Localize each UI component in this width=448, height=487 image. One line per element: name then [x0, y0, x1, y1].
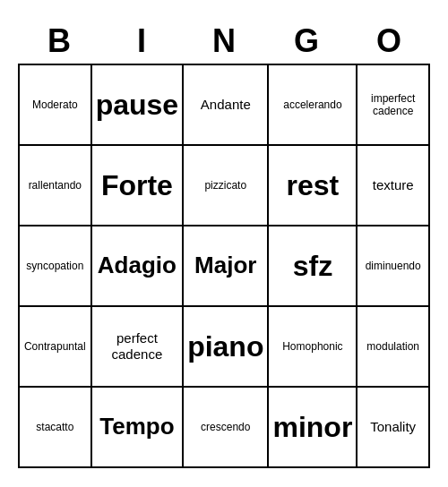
- header-letter: O: [348, 19, 430, 64]
- cell-r3-c4[interactable]: modulation: [358, 307, 430, 388]
- cell-label: Major: [194, 252, 256, 279]
- cell-r1-c1[interactable]: Forte: [92, 146, 184, 226]
- cell-label: Contrapuntal: [24, 340, 86, 353]
- cell-r2-c3[interactable]: sfz: [269, 226, 358, 307]
- cell-r3-c3[interactable]: Homophonic: [269, 307, 358, 388]
- cell-label: texture: [373, 177, 414, 193]
- cell-label: Andante: [201, 97, 251, 113]
- cell-r4-c1[interactable]: Tempo: [92, 388, 184, 468]
- cell-label: imperfect cadence: [361, 92, 425, 118]
- bingo-grid: ModeratopauseAndanteaccelerandoimperfect…: [18, 64, 430, 468]
- cell-label: minor: [272, 410, 352, 444]
- cell-label: accelerando: [283, 98, 341, 111]
- cell-r3-c2[interactable]: piano: [184, 307, 269, 388]
- cell-label: syncopation: [26, 260, 83, 272]
- cell-label: pizzicato: [204, 179, 246, 192]
- header-letter: N: [183, 19, 265, 64]
- cell-r0-c2[interactable]: Andante: [184, 65, 269, 146]
- cell-r3-c0[interactable]: Contrapuntal: [20, 307, 92, 388]
- cell-r1-c4[interactable]: texture: [358, 146, 430, 226]
- cell-label: Homophonic: [282, 340, 342, 353]
- header-letter: G: [265, 19, 348, 64]
- header-letter: B: [18, 19, 100, 64]
- cell-label: diminuendo: [366, 260, 421, 272]
- cell-r2-c0[interactable]: syncopation: [20, 226, 92, 307]
- cell-r1-c2[interactable]: pizzicato: [184, 146, 269, 226]
- cell-label: rest: [287, 168, 340, 202]
- cell-r2-c2[interactable]: Major: [184, 226, 269, 307]
- cell-label: stacatto: [36, 421, 73, 433]
- cell-r1-c0[interactable]: rallentando: [20, 146, 92, 226]
- cell-label: rallentando: [29, 179, 82, 192]
- cell-label: Forte: [101, 168, 173, 202]
- cell-r0-c0[interactable]: Moderato: [20, 65, 92, 146]
- cell-label: crescendo: [201, 421, 250, 433]
- cell-r0-c1[interactable]: pause: [92, 65, 184, 146]
- cell-label: Moderato: [32, 98, 78, 111]
- cell-label: pause: [96, 88, 178, 122]
- cell-label: Tonality: [370, 419, 416, 435]
- cell-r2-c1[interactable]: Adagio: [92, 226, 184, 307]
- cell-r4-c3[interactable]: minor: [269, 388, 358, 468]
- cell-r4-c2[interactable]: crescendo: [184, 388, 269, 468]
- cell-r0-c3[interactable]: accelerando: [269, 65, 358, 146]
- cell-r3-c1[interactable]: perfect cadence: [92, 307, 184, 388]
- cell-r0-c4[interactable]: imperfect cadence: [358, 65, 430, 146]
- cell-label: sfz: [293, 249, 332, 283]
- cell-label: Tempo: [99, 413, 174, 440]
- cell-label: Adagio: [98, 252, 177, 279]
- cell-label: perfect cadence: [96, 330, 178, 363]
- cell-label: piano: [187, 329, 263, 363]
- cell-label: modulation: [366, 340, 419, 353]
- header-letter: I: [100, 19, 183, 64]
- bingo-header: BINGO: [18, 19, 430, 64]
- cell-r4-c4[interactable]: Tonality: [358, 388, 430, 468]
- bingo-card: BINGO ModeratopauseAndanteaccelerandoimp…: [18, 19, 430, 468]
- cell-r2-c4[interactable]: diminuendo: [358, 226, 430, 307]
- cell-r1-c3[interactable]: rest: [269, 146, 358, 226]
- cell-r4-c0[interactable]: stacatto: [20, 388, 92, 468]
